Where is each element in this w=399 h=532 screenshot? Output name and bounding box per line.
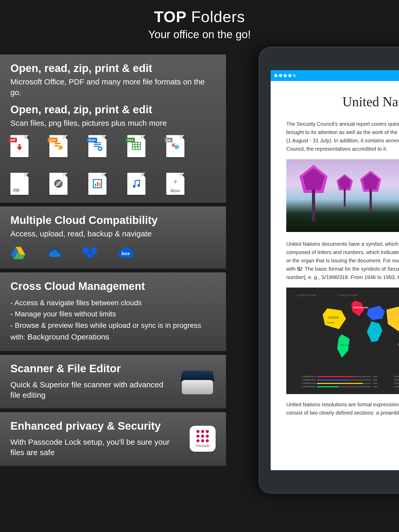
chart-icon <box>88 173 107 195</box>
music-icon <box>127 173 145 195</box>
map-region-af <box>367 321 382 342</box>
map-region-au <box>398 340 399 350</box>
app-subtitle: Your office on the go! <box>0 28 399 41</box>
document-paragraph: United Nations resolutions are formal ex… <box>286 400 399 417</box>
page-dot-icon <box>284 74 287 77</box>
file-icon-grid: pdf pptx docx xlsx jpg zip +More <box>10 135 216 195</box>
panel-subtext: Scan files, png files, pictures plus muc… <box>10 118 216 129</box>
panel-subtext: Quick & Superior file scanner with advan… <box>10 380 169 401</box>
panel-subtext: Microsoft Office, PDF and many more file… <box>10 77 216 98</box>
docx-icon: docx <box>88 135 107 157</box>
svg-rect-8 <box>132 142 141 150</box>
panel-heading: Cross Cloud Management <box>10 280 216 292</box>
map-region-as <box>385 306 399 332</box>
panel-heading: Scanner & File Editor <box>10 362 169 375</box>
dropbox-icon <box>82 246 98 261</box>
feature-list: Open, read, zip, print & edit Microsoft … <box>0 55 226 470</box>
svg-rect-19 <box>95 184 96 187</box>
map-bar-legend: LOREMIPSUM70% LOREMIPSUM55% LOREMIPSUM85… <box>302 375 399 389</box>
document-topbar <box>271 70 399 81</box>
svg-point-22 <box>133 185 136 188</box>
panel-cloud-compatibility: Multiple Cloud Compatibility Access, upl… <box>0 207 226 269</box>
svg-rect-4 <box>94 144 101 145</box>
onedrive-icon <box>46 246 62 261</box>
jpg-icon: jpg <box>166 135 184 157</box>
svg-rect-20 <box>97 182 98 187</box>
panel-security: Enhanced privacy & Security With Passcod… <box>0 412 226 466</box>
panel-heading: Open, read, zip, print & edit <box>10 62 216 75</box>
panel-scanner: Scanner & File Editor Quick & Superior f… <box>0 355 226 409</box>
panel-heading: Multiple Cloud Compatibility <box>10 214 216 227</box>
document-paragraph: The Security Council's annual report cov… <box>286 120 399 153</box>
document-content: United Nation The Security Council's ann… <box>271 81 399 431</box>
page-dot-icon <box>288 74 291 77</box>
app-title: TOP Folders <box>0 8 399 26</box>
panel-heading: Enhanced privacy & Security <box>10 420 179 432</box>
svg-rect-5 <box>94 146 99 147</box>
svg-text:box: box <box>122 251 130 256</box>
box-icon: box <box>118 246 134 261</box>
panel-cross-cloud: Cross Cloud Management - Access & naviga… <box>0 272 226 351</box>
google-drive-icon <box>10 246 26 261</box>
page-dot-icon <box>293 74 296 77</box>
page-dot-icon <box>279 74 282 77</box>
page-dot-icon <box>274 74 277 77</box>
pdf-icon: pdf <box>10 135 29 157</box>
map-region-eu <box>367 306 385 320</box>
tablet-screen: United Nation The Security Council's ann… <box>271 70 399 470</box>
panel-bullets: - Access & navigate files between clouds… <box>10 297 216 343</box>
document-image-worldmap: LOREM IPSUM LOREM IPSUM CANADA (USA) GRE… <box>286 288 399 394</box>
document-image-supertrees <box>286 159 399 232</box>
passcode-icon: Passcode <box>190 426 216 452</box>
scanner-icon <box>179 366 216 397</box>
cloud-service-row: box <box>10 246 216 261</box>
svg-point-15 <box>175 143 177 146</box>
svg-point-7 <box>99 148 101 150</box>
panel-subtext: With Passcode Lock setup, you'll be sure… <box>10 437 179 458</box>
document-title: United Nation <box>286 94 399 109</box>
svg-rect-1 <box>55 145 58 147</box>
panel-heading: Open, read, zip, print & edit <box>10 103 216 116</box>
more-icon: +More <box>166 173 184 195</box>
header: TOP Folders Your office on the go! <box>0 0 399 51</box>
panel-subtext: Access, upload, read, backup & navigate <box>10 229 216 239</box>
zip-icon: zip <box>10 173 29 195</box>
tablet-mockup: United Nation The Security Council's ann… <box>259 47 399 494</box>
svg-rect-0 <box>55 143 60 144</box>
svg-point-23 <box>137 184 140 187</box>
xlsx-icon: xlsx <box>127 135 145 157</box>
svg-rect-3 <box>94 142 101 143</box>
svg-rect-21 <box>99 183 101 187</box>
design-icon <box>49 173 68 195</box>
document-paragraph: United Nations documents have a symbol, … <box>286 240 399 281</box>
panel-file-formats: Open, read, zip, print & edit Microsoft … <box>0 55 226 203</box>
pptx-icon: pptx <box>49 135 68 157</box>
